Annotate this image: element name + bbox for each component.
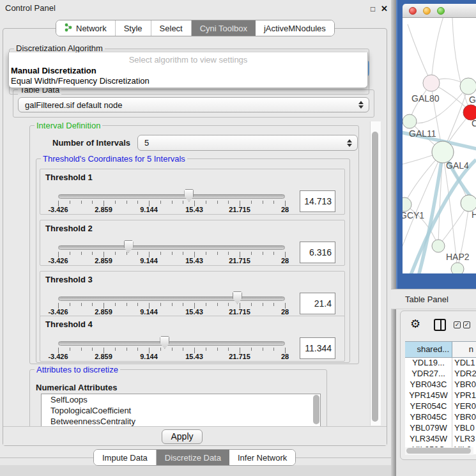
attributes-scrollbar-thumb[interactable] — [313, 395, 319, 424]
table-data-combo[interactable]: galFiltered.sif default node — [18, 97, 369, 112]
zoom-traffic-light-icon[interactable] — [437, 7, 445, 15]
checkbox-icon[interactable]: ✓ — [463, 321, 470, 328]
column-header[interactable]: shared... — [405, 342, 452, 357]
tick-label: 28 — [281, 353, 289, 360]
tick-mark — [206, 303, 206, 306]
table-row[interactable]: YER054CYER0 — [405, 401, 476, 412]
settings-scrollbar-thumb[interactable] — [372, 132, 378, 422]
slider-handle[interactable] — [184, 189, 194, 202]
network-node[interactable] — [432, 240, 445, 252]
tick-mark — [115, 348, 116, 351]
tick-label: -3.426 — [48, 257, 68, 265]
threshold-value-field[interactable]: 21.4 — [300, 293, 335, 314]
tick-mark — [160, 201, 161, 204]
below-table-background — [396, 460, 476, 476]
table-cell: YBL079W — [405, 423, 452, 434]
tick-mark — [251, 201, 252, 204]
table-row[interactable]: YBR043CYBR0 — [405, 380, 476, 390]
table-row[interactable]: YBR045CYBR0 — [405, 412, 476, 423]
slider-track[interactable] — [58, 245, 285, 250]
split-view-icon[interactable] — [434, 319, 446, 331]
table-header-row: shared...n — [405, 341, 476, 358]
network-node[interactable] — [423, 75, 440, 91]
tick-mark — [160, 348, 161, 351]
tab-select[interactable]: Select — [151, 20, 192, 36]
threshold-label: Threshold 1 — [45, 173, 93, 182]
tick-mark — [263, 252, 263, 255]
table-hscrollbar-thumb[interactable] — [406, 448, 471, 454]
tab-cyni-toolbox[interactable]: Cyni Toolbox — [192, 20, 256, 36]
network-node[interactable] — [403, 197, 411, 211]
tick-mark — [172, 252, 173, 255]
network-window-titlebar[interactable] — [403, 4, 476, 18]
network-node-label: GAL80 — [411, 93, 440, 104]
slider-track[interactable] — [58, 296, 285, 301]
network-edge — [410, 86, 468, 123]
tab-label: Style — [124, 24, 142, 33]
node-table[interactable]: shared...nYDL19...YDL1YDR27...YDR2YBR043… — [405, 341, 476, 454]
algorithm-group-label: Discretization Algorithm — [14, 43, 105, 53]
table-cell: YBR043C — [405, 380, 452, 390]
network-node-label: GCY1 — [403, 210, 424, 220]
apply-bar: Apply — [3, 426, 387, 445]
algorithm-option[interactable]: Manual Discretization — [11, 66, 96, 75]
tick-mark — [273, 303, 274, 306]
network-graph[interactable]: GAL80GACGAL11GAL4GCY1HHAP2 — [403, 18, 476, 273]
tick-label: 21.715 — [229, 206, 250, 213]
threshold-value-field[interactable]: 14.713 — [300, 190, 335, 212]
attributes-list-scrollbar[interactable] — [41, 394, 321, 429]
table-row[interactable]: YBL079WYBL0 — [405, 423, 476, 434]
tick-mark — [70, 252, 70, 255]
table-row[interactable]: YLR345WYLR3 — [405, 434, 476, 445]
tick-mark — [217, 201, 218, 204]
apply-button[interactable]: Apply — [162, 429, 203, 444]
tick-mark — [228, 303, 229, 306]
tab-impute-data[interactable]: Impute Data — [94, 450, 157, 465]
panel-divider[interactable] — [391, 0, 396, 476]
tick-mark — [183, 348, 183, 351]
slider-track[interactable] — [58, 341, 285, 346]
top-tab-bar: NetworkStyleSelectCyni ToolboxjActiveMNo… — [56, 20, 335, 36]
close-icon[interactable]: ✕ — [381, 4, 388, 13]
slider-handle[interactable] — [124, 240, 134, 253]
slider-track[interactable] — [58, 194, 285, 199]
network-node[interactable] — [432, 141, 454, 163]
close-traffic-light-icon[interactable] — [409, 7, 417, 15]
network-node-label: C — [472, 118, 476, 128]
table-row[interactable]: YDL19...YDL1 — [405, 358, 476, 369]
slider-handle[interactable] — [233, 291, 242, 304]
table-row[interactable]: YDR27...YDR2 — [405, 369, 476, 380]
network-node[interactable] — [460, 78, 476, 95]
threshold-value-field[interactable]: 6.316 — [300, 242, 335, 263]
tick-label: 15.43 — [185, 206, 203, 213]
network-node[interactable] — [451, 263, 464, 273]
table-cell: YLR3 — [452, 434, 476, 445]
network-node[interactable] — [403, 114, 417, 128]
tick-label: 2.859 — [95, 257, 112, 265]
tab-network[interactable]: Network — [56, 20, 116, 36]
table-row[interactable]: YPR145WYPR1 — [405, 390, 476, 401]
tick-mark — [172, 201, 173, 204]
tab-infer-network[interactable]: Infer Network — [229, 450, 295, 465]
tick-mark — [183, 252, 183, 255]
algorithm-option[interactable]: Equal Width/Frequency Discretization — [11, 76, 150, 86]
column-header[interactable]: n — [452, 342, 476, 357]
tick-mark — [81, 303, 82, 306]
interval-definition-label: Interval Definition — [35, 121, 102, 130]
minimize-traffic-light-icon[interactable] — [423, 7, 431, 15]
checkbox-icon[interactable]: ✓ — [454, 321, 461, 328]
float-window-icon[interactable]: □ — [371, 4, 375, 13]
table-cell: YBR0 — [452, 380, 476, 390]
network-edge — [408, 24, 431, 83]
network-view[interactable]: GAL80GACGAL11GAL4GCY1HHAP2 — [403, 18, 476, 273]
tab-jactivemnodules[interactable]: jActiveMNodules — [256, 20, 334, 36]
tab-discretize-data[interactable]: Discretize Data — [157, 450, 229, 465]
threshold-value-field[interactable]: 11.344 — [300, 337, 335, 359]
tick-mark — [127, 201, 127, 204]
slider-handle[interactable] — [160, 336, 169, 349]
gear-icon[interactable]: ⚙ — [410, 317, 420, 331]
num-intervals-combo[interactable]: 5 — [137, 135, 358, 151]
table-cell: YBR045C — [405, 412, 452, 423]
tick-label: 2.859 — [95, 206, 112, 213]
tab-style[interactable]: Style — [116, 20, 151, 36]
